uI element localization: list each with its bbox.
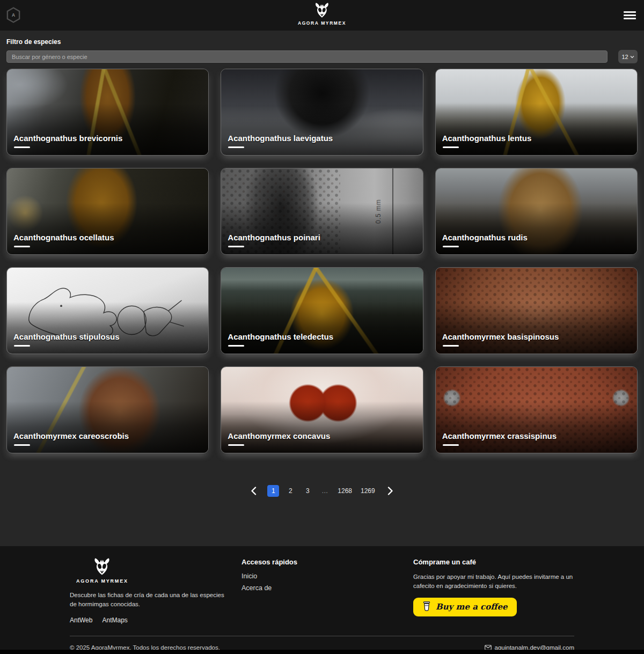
species-name: Acanthognathus laevigatus	[228, 134, 333, 143]
hexagon-logo[interactable]: A	[6, 7, 20, 25]
species-grid: Acanthognathus brevicornis Acanthognathu…	[6, 69, 638, 453]
title-underline	[228, 246, 244, 248]
species-name: Acanthognathus stipulosus	[13, 332, 120, 341]
brand-title: AGORA MYRMEX	[298, 20, 346, 26]
title-underline	[228, 345, 244, 347]
title-underline	[443, 444, 459, 446]
title-underline	[228, 146, 244, 149]
title-underline	[443, 345, 459, 347]
species-name: Acanthognathus lentus	[442, 134, 532, 143]
pagination-page-3[interactable]: 3	[302, 485, 313, 497]
species-card[interactable]: Acanthognathus ocellatus	[6, 168, 209, 255]
pagination-page-1268[interactable]: 1268	[336, 485, 354, 497]
species-card[interactable]: Acanthomyrmex crassispinus	[435, 366, 638, 453]
coffee-cup-icon	[422, 600, 431, 614]
species-card[interactable]: 0.5 mm Acanthognathus poinari	[221, 168, 423, 255]
footer-link-inicio[interactable]: Inicio	[241, 572, 413, 580]
footer-description: Descubre las fichas de cría de cada una …	[70, 591, 225, 609]
pagination-ellipsis: …	[319, 485, 331, 497]
filter-label: Filtro de especies	[6, 38, 638, 46]
species-name: Acanthognathus brevicornis	[13, 134, 122, 143]
logo-letter: A	[12, 12, 15, 18]
coffee-heading: Cómprame un café	[413, 558, 574, 566]
page-bottom-strip	[0, 650, 644, 654]
footer: AGORA MYRMEX Descubre las fichas de cría…	[0, 546, 644, 654]
header: A AGORA MYRMEX	[0, 0, 644, 31]
species-card[interactable]: Acanthognathus lentus	[435, 69, 638, 156]
chevron-right-icon	[387, 487, 393, 495]
title-underline	[14, 146, 30, 149]
title-underline	[14, 246, 30, 248]
species-card[interactable]: Acanthognathus rudis	[435, 168, 638, 255]
species-name: Acanthomyrmex basispinosus	[442, 332, 559, 341]
chevron-down-icon	[630, 55, 634, 58]
species-card[interactable]: Acanthognathus teledectus	[221, 267, 423, 354]
brand-home-link[interactable]: AGORA MYRMEX	[298, 3, 346, 26]
species-filter-section: Filtro de especies 12	[0, 31, 644, 63]
hamburger-menu-icon[interactable]	[624, 11, 636, 19]
pagination: 123…12681269	[0, 485, 644, 497]
buy-me-a-coffee-button[interactable]: Buy me a coffee	[413, 598, 517, 616]
species-name: Acanthognathus poinari	[228, 233, 320, 242]
coffee-text: Gracias por apoyar mi trabajo. Aquí pued…	[413, 572, 574, 591]
species-name: Acanthomyrmex crassispinus	[442, 431, 557, 440]
search-input[interactable]	[6, 50, 608, 63]
species-name: Acanthognathus rudis	[442, 233, 528, 242]
species-name: Acanthomyrmex careoscrobis	[13, 431, 129, 440]
pagination-page-2[interactable]: 2	[284, 485, 296, 497]
pagination-page-1[interactable]: 1	[267, 485, 279, 497]
footer-divider	[70, 636, 574, 636]
title-underline	[443, 246, 459, 248]
pagination-page-1269[interactable]: 1269	[359, 485, 377, 497]
quick-access-heading: Accesos rápidos	[241, 558, 413, 566]
title-underline	[14, 345, 30, 347]
envelope-icon	[485, 645, 492, 650]
antmaps-link[interactable]: AntMaps	[102, 616, 127, 624]
species-card[interactable]: Acanthognathus stipulosus	[6, 267, 209, 354]
species-card[interactable]: Acanthognathus brevicornis	[6, 69, 209, 156]
title-underline	[14, 444, 30, 446]
species-card[interactable]: Acanthomyrmex concavus	[221, 366, 423, 453]
species-card[interactable]: Acanthomyrmex basispinosus	[435, 267, 638, 354]
ant-head-icon	[312, 3, 332, 20]
species-card[interactable]: Acanthomyrmex careoscrobis	[6, 366, 209, 453]
prev-page-button[interactable]	[247, 485, 259, 497]
footer-brand-title: AGORA MYRMEX	[76, 578, 128, 584]
species-name: Acanthognathus ocellatus	[13, 233, 114, 242]
next-page-button[interactable]	[385, 485, 397, 497]
title-underline	[443, 146, 459, 149]
coffee-button-label: Buy me a coffee	[436, 602, 508, 612]
species-name: Acanthomyrmex concavus	[228, 431, 330, 440]
chevron-left-icon	[251, 487, 257, 495]
page-size-select[interactable]: 12	[618, 50, 638, 63]
title-underline	[228, 444, 244, 446]
species-card[interactable]: Acanthognathus laevigatus	[221, 69, 423, 156]
species-name: Acanthognathus teledectus	[228, 332, 333, 341]
footer-ant-head-icon	[91, 558, 113, 577]
page-size-value: 12	[621, 54, 628, 60]
antweb-link[interactable]: AntWeb	[70, 616, 92, 624]
footer-link-acerca-de[interactable]: Acerca de	[241, 584, 413, 592]
